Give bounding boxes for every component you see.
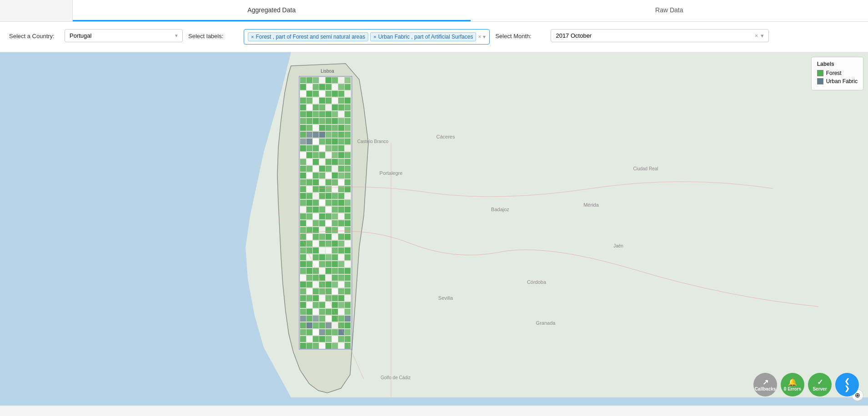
svg-rect-256 — [332, 288, 338, 294]
tab-raw[interactable]: Raw Data — [471, 0, 868, 21]
svg-rect-44 — [306, 111, 312, 117]
svg-rect-158 — [319, 207, 325, 213]
svg-rect-285 — [313, 316, 319, 322]
svg-rect-250 — [345, 282, 351, 287]
svg-rect-245 — [313, 282, 319, 287]
server-button[interactable]: ✓ Server — [808, 373, 832, 396]
tag-urban-remove[interactable]: × — [373, 34, 376, 40]
multi-dropdown-arrow[interactable]: ▾ — [483, 34, 486, 40]
svg-rect-24 — [332, 91, 338, 97]
svg-rect-231 — [326, 268, 331, 274]
country-dropdown-arrow: ▾ — [175, 33, 178, 39]
legend-label-forest: Forest — [826, 70, 842, 76]
nav-right-icon: ❯ — [844, 385, 850, 392]
svg-rect-146 — [345, 193, 351, 199]
svg-rect-112 — [332, 166, 338, 172]
svg-text:Sevilla: Sevilla — [438, 295, 453, 301]
svg-rect-13 — [313, 84, 319, 90]
svg-rect-173 — [313, 220, 319, 226]
svg-rect-255 — [326, 288, 331, 294]
svg-rect-136 — [332, 186, 338, 192]
tag-urban-text: Urban Fabric , part of Artificial Surfac… — [378, 34, 473, 40]
svg-rect-43 — [300, 111, 306, 117]
svg-rect-115 — [300, 173, 306, 178]
multi-select-controls: × ▾ — [478, 34, 486, 40]
map-legend: Labels Forest Urban Fabric — [811, 57, 863, 90]
svg-rect-318 — [319, 343, 325, 349]
legend-color-urban — [817, 78, 823, 84]
svg-rect-306 — [345, 329, 351, 335]
month-clear-icon[interactable]: × — [755, 32, 758, 39]
svg-rect-241 — [338, 275, 344, 281]
svg-rect-28 — [306, 98, 312, 104]
tag-forest-remove[interactable]: × — [251, 34, 254, 40]
svg-rect-121 — [338, 173, 344, 178]
svg-rect-309 — [313, 336, 319, 342]
svg-rect-223 — [326, 261, 331, 267]
svg-rect-232 — [332, 268, 338, 274]
svg-rect-290 — [345, 316, 351, 322]
callbacks-button[interactable]: ↗ Callbacks — [753, 373, 777, 396]
svg-rect-240 — [332, 275, 338, 281]
svg-rect-266 — [345, 295, 351, 301]
callbacks-label: Callbacks — [755, 386, 776, 391]
svg-rect-176 — [332, 220, 338, 226]
month-dropdown-arrow[interactable]: ▾ — [761, 32, 764, 39]
svg-rect-48 — [332, 111, 338, 117]
svg-rect-301 — [313, 329, 319, 335]
labels-multiselect[interactable]: × Forest , part of Forest and semi natur… — [244, 29, 490, 45]
clear-all-icon[interactable]: × — [478, 34, 481, 40]
svg-rect-18 — [345, 84, 351, 90]
svg-rect-161 — [338, 207, 344, 213]
svg-rect-179 — [300, 227, 306, 233]
svg-rect-277 — [313, 309, 319, 315]
svg-rect-130 — [345, 179, 351, 185]
tab-aggregated[interactable]: Aggregated Data — [73, 0, 471, 21]
svg-rect-314 — [345, 336, 351, 342]
svg-rect-17 — [338, 84, 344, 90]
svg-rect-216 — [332, 254, 338, 260]
svg-rect-31 — [326, 98, 331, 104]
svg-rect-85 — [313, 145, 319, 151]
svg-rect-3 — [300, 77, 306, 83]
svg-rect-45 — [313, 111, 319, 117]
svg-rect-71 — [326, 132, 331, 138]
svg-rect-4 — [306, 77, 312, 83]
svg-rect-171 — [300, 220, 306, 226]
svg-rect-320 — [332, 343, 338, 349]
svg-rect-308 — [306, 336, 312, 342]
country-select[interactable]: Portugal ▾ — [65, 29, 183, 42]
svg-rect-41 — [338, 104, 344, 110]
svg-rect-162 — [345, 207, 351, 213]
svg-rect-96 — [332, 152, 338, 158]
svg-rect-94 — [319, 152, 325, 158]
svg-rect-52 — [306, 118, 312, 124]
svg-rect-118 — [319, 173, 325, 178]
svg-rect-307 — [300, 336, 306, 342]
svg-rect-53 — [313, 118, 319, 124]
tag-forest: × Forest , part of Forest and semi natur… — [248, 32, 368, 41]
svg-rect-260 — [306, 295, 312, 301]
svg-rect-75 — [300, 139, 306, 144]
top-tabs: Aggregated Data Raw Data — [0, 0, 868, 22]
svg-rect-63 — [326, 125, 331, 131]
errors-button[interactable]: 🔔 0 Errors — [781, 373, 804, 396]
svg-rect-217 — [338, 254, 344, 260]
svg-rect-80 — [332, 139, 338, 144]
svg-rect-25 — [338, 91, 344, 97]
month-select[interactable]: 2017 October × ▾ — [551, 29, 769, 42]
svg-rect-207 — [326, 248, 331, 253]
svg-rect-37 — [313, 104, 319, 110]
nav-button[interactable]: ❮ ❯ — [835, 373, 859, 396]
svg-rect-140 — [306, 193, 312, 199]
svg-rect-230 — [319, 268, 325, 274]
svg-rect-100 — [306, 159, 312, 165]
svg-rect-228 — [306, 268, 312, 274]
svg-rect-135 — [326, 186, 331, 192]
svg-rect-99 — [300, 159, 306, 165]
svg-rect-206 — [319, 248, 325, 253]
svg-rect-131 — [300, 186, 306, 192]
svg-rect-197 — [313, 241, 319, 247]
svg-rect-150 — [319, 200, 325, 206]
svg-rect-141 — [313, 193, 319, 199]
